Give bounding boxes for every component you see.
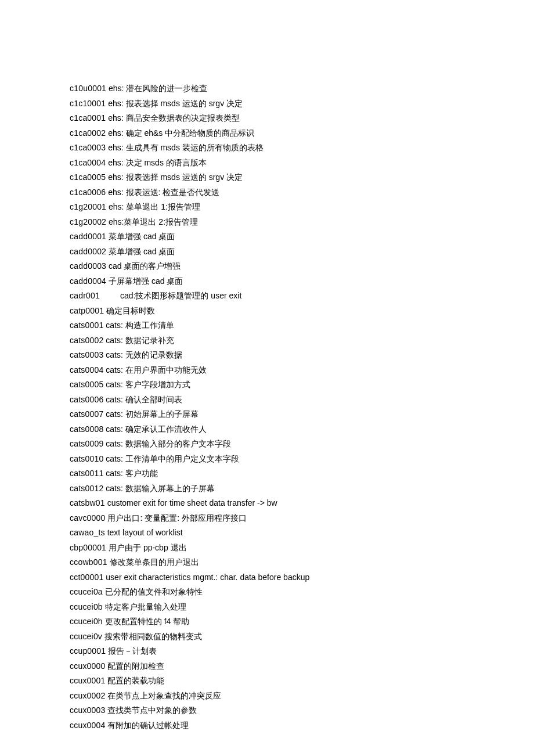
entry-description: 搜索带相同数值的物料变式 bbox=[102, 632, 202, 641]
entry-description: cats: 构造工作清单 bbox=[103, 321, 174, 330]
list-item: ccucei0h 更改配置特性的 f4 帮助 bbox=[70, 614, 464, 629]
entry-description: ehs: 生成具有 msds 装运的所有物质的表格 bbox=[106, 143, 263, 152]
entry-code: c1ca0005 bbox=[70, 172, 106, 182]
entry-code: ccux0000 bbox=[70, 661, 106, 671]
list-item: cadr001 cad:技术图形标题管理的 user exit bbox=[70, 289, 464, 304]
entry-code: cadd0004 bbox=[70, 276, 106, 286]
list-item: ccux0002 在类节点上对象查找的冲突反应 bbox=[70, 689, 464, 704]
entry-code: c1ca0004 bbox=[70, 158, 106, 167]
entry-description: text layout of worklist bbox=[105, 528, 183, 537]
entry-description: 在类节点上对象查找的冲突反应 bbox=[106, 691, 222, 700]
list-item: cawao_ts text layout of worklist bbox=[70, 525, 464, 541]
list-item: cats0011 cats: 客户功能 bbox=[70, 466, 464, 481]
entry-description: cats: 在用户界面中功能无效 bbox=[103, 365, 206, 375]
list-item: c1g20002 ehs:菜单退出 2:报告管理 bbox=[70, 215, 464, 230]
entry-description: 查找类节点中对象的参数 bbox=[106, 705, 197, 715]
entry-code: cats0012 bbox=[70, 484, 103, 493]
list-item: cats0009 cats: 数据输入部分的客户文本字段 bbox=[70, 437, 464, 452]
document-page: c10u0001 ehs: 潜在风险的进一步检查c1c10001 ehs: 报表… bbox=[0, 0, 534, 756]
list-item: ccux0003 查找类节点中对象的参数 bbox=[70, 703, 464, 718]
entry-code: cats0002 bbox=[70, 336, 103, 345]
entry-description: cats: 初始屏幕上的子屏幕 bbox=[103, 409, 198, 419]
entry-description: cad 桌面的客户增强 bbox=[106, 261, 181, 271]
list-item: cats0006 cats: 确认全部时间表 bbox=[70, 393, 464, 408]
list-item: c1c10001 ehs: 报表选择 msds 运送的 srgv 决定 bbox=[70, 96, 464, 111]
entry-code: cats0007 bbox=[70, 409, 103, 419]
list-item: cadd0003 cad 桌面的客户增强 bbox=[70, 259, 464, 274]
entry-description: cats: 客户功能 bbox=[103, 469, 157, 478]
entry-description: cats: 数据记录补充 bbox=[103, 336, 174, 345]
list-item: ccux0000 配置的附加检查 bbox=[70, 659, 464, 674]
list-item: ccucei0a 已分配的值文件和对象特性 bbox=[70, 585, 464, 600]
entry-description: 配置的装载功能 bbox=[106, 676, 165, 685]
entry-code: cadd0001 bbox=[70, 232, 106, 241]
list-item: c1ca0006 ehs: 报表运送: 检查是否代发送 bbox=[70, 185, 464, 200]
entry-code: cats0005 bbox=[70, 380, 103, 389]
entry-code: c1ca0003 bbox=[70, 143, 106, 152]
entry-description: cats: 客户字段增加方式 bbox=[103, 380, 190, 389]
entry-code: ccux0001 bbox=[70, 676, 106, 685]
list-item: cbp00001 用户由于 pp-cbp 退出 bbox=[70, 541, 464, 556]
entry-code: cats0006 bbox=[70, 395, 103, 404]
entry-description: 特定客户批量输入处理 bbox=[103, 602, 186, 611]
list-item: ccup0001 报告－计划表 bbox=[70, 644, 464, 659]
list-item: catp0001 确定目标时数 bbox=[70, 304, 464, 319]
entry-description: ehs: 潜在风险的进一步检查 bbox=[106, 84, 207, 93]
list-item: cats0012 cats: 数据输入屏幕上的子屏幕 bbox=[70, 481, 464, 496]
entry-code: cats0010 bbox=[70, 454, 103, 463]
entry-description: customer exit for time sheet data transf… bbox=[105, 498, 277, 507]
entry-description: ehs:菜单退出 2:报告管理 bbox=[106, 217, 198, 226]
entry-description: cats: 无效的记录数据 bbox=[103, 350, 182, 359]
list-item: cavc0000 用户出口: 变量配置: 外部应用程序接口 bbox=[70, 511, 464, 526]
list-item: ccucei0v 搜索带相同数值的物料变式 bbox=[70, 629, 464, 645]
entry-code: cats0008 bbox=[70, 424, 103, 434]
entry-description: 子屏幕增强 cad 桌面 bbox=[106, 276, 183, 286]
list-item: c1ca0005 ehs: 报表选择 msds 运送的 srgv 决定 bbox=[70, 170, 464, 185]
list-item: ccowb001 修改菜单条目的用户退出 bbox=[70, 555, 464, 570]
entry-description: cats: 确定承认工作流收件人 bbox=[103, 424, 206, 434]
list-item: ccux0004 有附加的确认过帐处理 bbox=[70, 718, 464, 733]
entry-code: ccowb001 bbox=[70, 557, 107, 567]
list-item: cats0010 cats: 工作清单中的用户定义文本字段 bbox=[70, 452, 464, 467]
list-item: cats0003 cats: 无效的记录数据 bbox=[70, 348, 464, 363]
entry-description: 用户出口: 变量配置: 外部应用程序接口 bbox=[106, 513, 247, 523]
entry-description: ehs: 报表运送: 检查是否代发送 bbox=[106, 188, 219, 197]
list-item: cats0001 cats: 构造工作清单 bbox=[70, 318, 464, 333]
list-item: cats0007 cats: 初始屏幕上的子屏幕 bbox=[70, 407, 464, 422]
entry-code: cadd0003 bbox=[70, 261, 106, 271]
entry-code: cbp00001 bbox=[70, 543, 106, 552]
entry-description: 菜单增强 cad 桌面 bbox=[106, 247, 175, 256]
list-item: ccucei0b 特定客户批量输入处理 bbox=[70, 600, 464, 615]
entry-description: ehs: 菜单退出 1:报告管理 bbox=[106, 202, 200, 211]
entry-description: ehs: 确定 eh&s 中分配给物质的商品标识 bbox=[106, 128, 254, 138]
entry-code: ccucei0a bbox=[70, 587, 103, 596]
entry-code: c1ca0001 bbox=[70, 113, 106, 123]
entry-description: ehs: 决定 msds 的语言版本 bbox=[106, 158, 206, 167]
entry-code: cats0011 bbox=[70, 469, 103, 478]
entry-description: ehs: 商品安全数据表的决定报表类型 bbox=[106, 113, 239, 123]
entry-code: ccucei0b bbox=[70, 602, 103, 611]
entry-description: cad:技术图形标题管理的 user exit bbox=[100, 291, 241, 300]
entry-description: 确定目标时数 bbox=[104, 306, 155, 315]
list-item: cats0005 cats: 客户字段增加方式 bbox=[70, 377, 464, 393]
entry-code: ccucei0h bbox=[70, 617, 103, 626]
list-item: cats0004 cats: 在用户界面中功能无效 bbox=[70, 363, 464, 378]
entry-description: 有附加的确认过帐处理 bbox=[106, 721, 189, 730]
list-item: cct00001 user exit characteristics mgmt.… bbox=[70, 570, 464, 585]
entry-code: cats0003 bbox=[70, 350, 103, 359]
entry-description: 菜单增强 cad 桌面 bbox=[106, 232, 175, 241]
entry-code: cadd0002 bbox=[70, 247, 106, 256]
entry-description: user exit characteristics mgmt.: char. d… bbox=[103, 573, 309, 582]
entry-code: ccup0001 bbox=[70, 646, 106, 656]
list-item: cadd0004 子屏幕增强 cad 桌面 bbox=[70, 274, 464, 289]
entry-description: cats: 确认全部时间表 bbox=[103, 395, 182, 404]
list-item: cats0008 cats: 确定承认工作流收件人 bbox=[70, 422, 464, 437]
entry-code: ccucei0v bbox=[70, 632, 102, 641]
entry-description: 报告－计划表 bbox=[106, 646, 157, 656]
entry-code: ccux0003 bbox=[70, 705, 106, 715]
entry-code: cavc0000 bbox=[70, 513, 106, 523]
entry-code: cadr001 bbox=[70, 291, 100, 300]
entry-code: catp0001 bbox=[70, 306, 104, 315]
entry-code: c1c10001 bbox=[70, 99, 106, 108]
list-item: cadd0001 菜单增强 cad 桌面 bbox=[70, 229, 464, 244]
